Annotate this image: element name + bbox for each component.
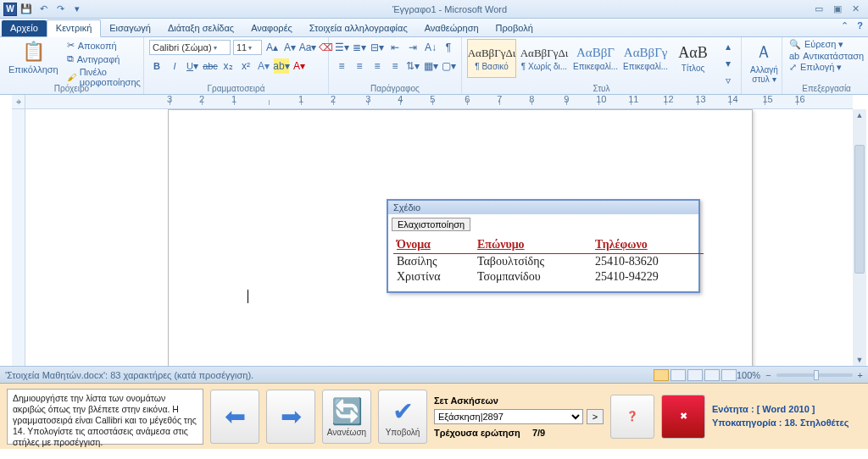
minimize-icon[interactable]: ▭	[815, 3, 823, 14]
text-cursor	[248, 290, 248, 303]
scroll-down-icon[interactable]: ▼	[853, 354, 866, 366]
ribbon-tabs: Αρχείο Κεντρική Εισαγωγή Διάταξη σελίδας…	[0, 19, 868, 37]
next-button[interactable]: ➡	[266, 390, 315, 444]
refresh-button[interactable]: 🔄Ανανέωση	[322, 390, 371, 444]
highlight-icon[interactable]: ab▾	[274, 58, 289, 74]
tab-mailings[interactable]: Στοιχεία αλληλογραφίας	[301, 20, 416, 36]
horizontal-ruler[interactable]: 321 12 345 678 91011 121314 1516	[25, 95, 853, 109]
design-panel: Σχέδιο Ελαχιστοποίηση Όνομα Επώνυμο Τηλέ…	[387, 199, 700, 293]
view-web-icon[interactable]	[687, 369, 703, 381]
exercise-set-select[interactable]: Εξάσκηση|2897	[434, 409, 583, 424]
bullets-icon[interactable]: ☰▾	[334, 40, 349, 55]
group-label-font: Γραμματοσειρά	[144, 84, 328, 93]
close-icon[interactable]: ✕	[852, 3, 860, 14]
style-normal[interactable]: ΑαΒβΓγΔι¶ Βασικό	[467, 39, 516, 78]
scroll-thumb[interactable]	[854, 145, 865, 274]
indent-icon[interactable]: ⇥	[405, 40, 420, 55]
save-icon[interactable]: 💾	[19, 2, 34, 17]
copy-button[interactable]: ⧉Αντιγραφή	[65, 53, 142, 65]
cut-button[interactable]: ✂Αποκοπή	[65, 39, 142, 52]
shading-icon[interactable]: ▦▾	[423, 58, 438, 74]
select-button[interactable]: ⤢Επιλογή ▾	[787, 62, 865, 73]
ruler-corner[interactable]: ⌖	[12, 95, 25, 109]
change-case-icon[interactable]: Aa▾	[300, 40, 315, 55]
outdent-icon[interactable]: ⇤	[387, 40, 403, 55]
bold-icon[interactable]: B	[149, 58, 164, 74]
underline-icon[interactable]: U▾	[185, 58, 200, 74]
group-label-editing: Επεξεργασία	[782, 84, 868, 93]
view-outline-icon[interactable]	[704, 369, 720, 381]
vertical-ruler[interactable]	[12, 109, 25, 366]
styles-scroll-up-icon[interactable]: ▴	[721, 39, 736, 54]
align-right-icon[interactable]: ≡	[370, 58, 385, 74]
view-print-layout-icon[interactable]	[654, 369, 669, 381]
superscript-icon[interactable]: x²	[238, 58, 253, 74]
font-size-select[interactable]: 11▾	[233, 40, 262, 55]
style-heading1[interactable]: ΑαΒβΓΕπικεφαλί...	[572, 39, 619, 78]
zoom-slider[interactable]	[776, 373, 853, 377]
minimize-button[interactable]: Ελαχιστοποίηση	[392, 218, 470, 231]
tab-layout[interactable]: Διάταξη σελίδας	[159, 20, 242, 36]
tab-file[interactable]: Αρχείο	[2, 20, 47, 36]
group-label-clipboard: Πρόχειρο	[0, 84, 143, 93]
zoom-out-icon[interactable]: −	[765, 370, 771, 380]
shrink-font-icon[interactable]: A▾	[282, 40, 298, 55]
subscript-icon[interactable]: x₂	[220, 58, 236, 74]
font-name-select[interactable]: Calibri (Σώμα)▾	[149, 40, 231, 55]
justify-icon[interactable]: ≡	[387, 58, 403, 74]
design-panel-title[interactable]: Σχέδιο	[388, 201, 698, 214]
help-icon[interactable]: ?	[857, 20, 863, 31]
maximize-icon[interactable]: ▣	[833, 3, 842, 14]
strike-icon[interactable]: abc	[203, 58, 218, 74]
title-bar: W 💾 ↶ ↷ ▾ Έγγραφο1 - Microsoft Word ▭ ▣ …	[0, 0, 868, 19]
text-effects-icon[interactable]: A▾	[256, 58, 271, 74]
prev-button[interactable]: ⬅	[210, 390, 259, 444]
tab-insert[interactable]: Εισαγωγή	[101, 20, 159, 36]
tab-references[interactable]: Αναφορές	[242, 20, 301, 36]
paste-button[interactable]: 📋 Επικόλληση	[5, 39, 62, 76]
instructions-box: Δημιουργήστε την λίστα των ονομάτων ακρι…	[7, 389, 203, 445]
qat-dropdown-icon[interactable]: ▾	[70, 2, 85, 17]
refresh-icon: 🔄	[331, 396, 363, 426]
check-icon: ✔	[392, 396, 414, 426]
numbering-icon[interactable]: ≣▾	[352, 40, 367, 55]
exit-button[interactable]: ✖	[661, 395, 705, 439]
tab-home[interactable]: Κεντρική	[47, 19, 101, 37]
change-styles-icon: Ａ	[755, 41, 772, 64]
multilevel-icon[interactable]: ⊟▾	[370, 40, 385, 55]
find-button[interactable]: 🔍Εύρεση ▾	[787, 39, 865, 50]
style-title[interactable]: ΑαΒΤίτλος	[672, 39, 714, 78]
style-heading2[interactable]: ΑαΒβΓγΕπικεφαλί...	[622, 39, 669, 78]
word-app-icon: W	[3, 3, 17, 16]
styles-scroll-down-icon[interactable]: ▾	[721, 56, 736, 71]
grow-font-icon[interactable]: A▴	[264, 40, 280, 55]
zoom-in-icon[interactable]: +	[858, 370, 863, 380]
vertical-scrollbar[interactable]: ▲ ▼	[853, 109, 866, 366]
align-center-icon[interactable]: ≡	[352, 58, 367, 74]
close-x-icon: ✖	[680, 411, 687, 422]
exercise-meta: Ενότητα : [ Word 2010 ] Υποκατηγορία : 1…	[712, 403, 849, 429]
tab-review[interactable]: Αναθεώρηση	[416, 20, 487, 36]
zoom-value: 100%	[737, 370, 760, 380]
replace-button[interactable]: abΑντικατάσταση	[787, 51, 865, 61]
tab-view[interactable]: Προβολή	[487, 20, 542, 36]
go-button[interactable]: >	[587, 409, 604, 424]
change-styles-button[interactable]: Ａ Αλλαγή στυλ ▾	[747, 39, 782, 86]
paste-icon: 📋	[22, 41, 45, 63]
font-color-icon[interactable]: A▾	[292, 58, 307, 74]
view-full-screen-icon[interactable]	[670, 369, 686, 381]
line-spacing-icon[interactable]: ⇅▾	[405, 58, 420, 74]
undo-icon[interactable]: ↶	[36, 2, 51, 17]
align-left-icon[interactable]: ≡	[334, 58, 349, 74]
style-nospacing[interactable]: ΑαΒβΓγΔι¶ Χωρίς δι...	[520, 39, 569, 78]
sort-icon[interactable]: A↓	[423, 40, 438, 55]
ribbon-collapse-icon[interactable]: ⌃	[841, 20, 849, 31]
submit-button[interactable]: ✔Υποβολή	[378, 390, 427, 444]
italic-icon[interactable]: I	[167, 58, 182, 74]
scroll-up-icon[interactable]: ▲	[853, 109, 866, 121]
borders-icon[interactable]: ▢▾	[441, 58, 456, 74]
view-draft-icon[interactable]	[721, 369, 737, 381]
help-button[interactable]: ❓	[610, 395, 654, 439]
redo-icon[interactable]: ↷	[53, 2, 68, 17]
show-marks-icon[interactable]: ¶	[441, 40, 456, 55]
